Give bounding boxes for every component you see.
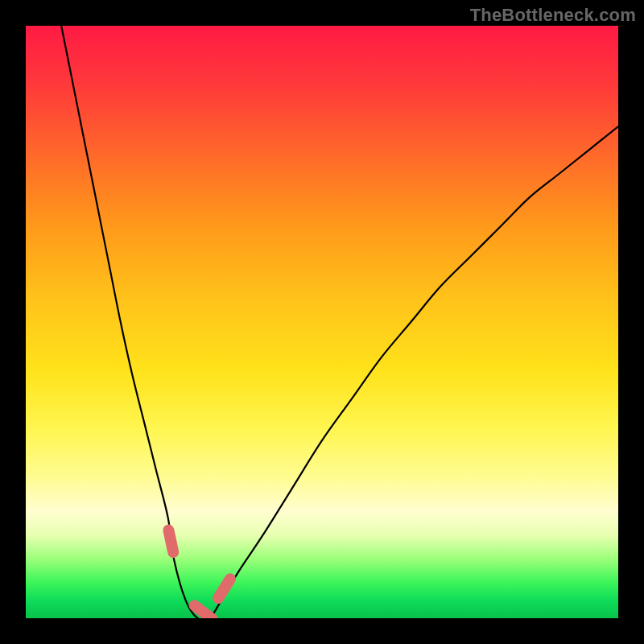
chart-svg <box>26 26 618 618</box>
bottleneck-curve <box>61 26 618 618</box>
left-descent-marker <box>168 530 173 552</box>
chart-frame: TheBottleneck.com <box>0 0 644 644</box>
watermark-label: TheBottleneck.com <box>470 5 636 26</box>
plot-area <box>26 26 618 618</box>
trough-marker <box>195 605 213 618</box>
right-ascent-marker <box>218 579 230 598</box>
